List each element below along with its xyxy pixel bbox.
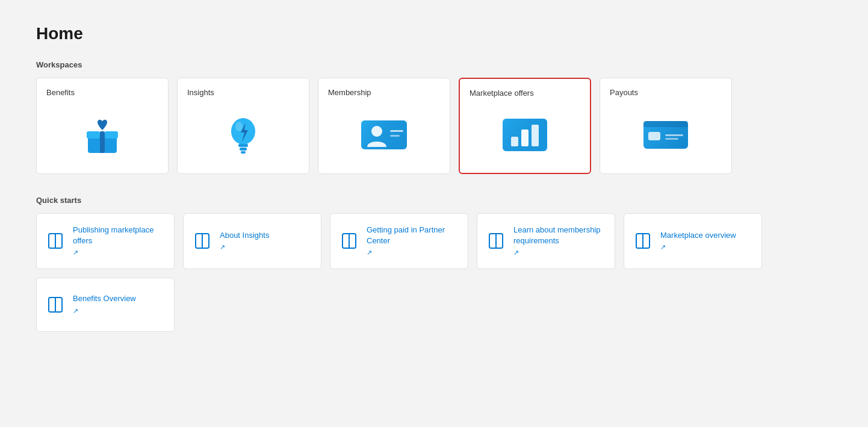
svg-rect-9 bbox=[241, 151, 246, 154]
quick-starts-label: Quick starts bbox=[36, 196, 832, 205]
workspace-card-icon-payouts bbox=[610, 108, 722, 161]
svg-rect-19 bbox=[532, 125, 539, 146]
svg-rect-23 bbox=[648, 132, 660, 140]
workspace-card-benefits[interactable]: Benefits bbox=[36, 78, 169, 174]
page-title: Home bbox=[36, 24, 832, 43]
quick-card-text-marketplace-overview: Marketplace overview ↗ bbox=[660, 230, 736, 252]
workspace-card-title-marketplace: Marketplace offers bbox=[470, 89, 534, 98]
quick-card-membership-requirements[interactable]: Learn about membership requirements ↗ bbox=[477, 213, 615, 269]
quick-card-about-insights[interactable]: About Insights ↗ bbox=[183, 213, 321, 269]
svg-rect-24 bbox=[665, 134, 683, 136]
workspace-card-title-benefits: Benefits bbox=[46, 88, 75, 97]
workspace-card-payouts[interactable]: Payouts bbox=[600, 78, 732, 174]
external-link-icon-getting-paid: ↗ bbox=[367, 248, 458, 257]
book-icon-insights bbox=[193, 232, 211, 249]
svg-rect-17 bbox=[511, 137, 518, 146]
external-link-icon-benefits-overview: ↗ bbox=[73, 307, 136, 316]
workspaces-label: Workspaces bbox=[36, 60, 832, 69]
workspace-card-icon-membership bbox=[328, 108, 440, 161]
book-icon-publishing bbox=[46, 232, 64, 249]
svg-rect-18 bbox=[521, 129, 529, 146]
quick-card-text-publishing: Publishing marketplace offers ↗ bbox=[73, 225, 164, 258]
workspace-card-title-membership: Membership bbox=[328, 88, 371, 97]
svg-rect-3 bbox=[100, 131, 105, 153]
book-icon-marketplace-overview bbox=[634, 232, 652, 249]
quick-card-text-benefits-overview: Benefits Overview ↗ bbox=[73, 293, 136, 316]
book-icon-benefits-overview bbox=[46, 296, 64, 313]
quick-card-text-membership: Learn about membership requirements ↗ bbox=[513, 225, 605, 258]
quick-starts-grid: Publishing marketplace offers ↗ About In… bbox=[36, 213, 832, 332]
workspace-card-icon-insights bbox=[187, 108, 299, 161]
external-link-icon-membership: ↗ bbox=[513, 248, 605, 257]
book-icon-membership bbox=[487, 232, 505, 249]
workspace-card-membership[interactable]: Membership bbox=[318, 78, 450, 174]
quick-card-getting-paid[interactable]: Getting paid in Partner Center ↗ bbox=[330, 213, 468, 269]
svg-rect-25 bbox=[665, 138, 678, 140]
svg-rect-14 bbox=[390, 135, 400, 137]
svg-point-12 bbox=[371, 126, 382, 137]
workspace-card-icon-benefits bbox=[46, 108, 158, 161]
svg-rect-8 bbox=[240, 148, 247, 151]
svg-point-5 bbox=[235, 122, 243, 131]
quick-card-marketplace-overview[interactable]: Marketplace overview ↗ bbox=[624, 213, 762, 269]
workspace-card-title-insights: Insights bbox=[187, 88, 214, 97]
svg-rect-1 bbox=[87, 131, 100, 139]
svg-rect-22 bbox=[643, 121, 688, 127]
quick-card-text-insights: About Insights ↗ bbox=[220, 230, 269, 252]
quick-card-benefits-overview[interactable]: Benefits Overview ↗ bbox=[36, 278, 175, 332]
workspaces-row: Benefits Insights bbox=[36, 78, 832, 174]
workspace-card-insights[interactable]: Insights bbox=[177, 78, 309, 174]
workspace-card-icon-marketplace bbox=[470, 108, 580, 161]
external-link-icon-marketplace-overview: ↗ bbox=[660, 243, 736, 252]
external-link-icon-publishing: ↗ bbox=[73, 248, 164, 257]
workspace-card-marketplace-offers[interactable]: Marketplace offers bbox=[459, 78, 591, 174]
quick-card-text-getting-paid: Getting paid in Partner Center ↗ bbox=[367, 225, 458, 258]
svg-rect-13 bbox=[390, 130, 403, 132]
quick-card-publishing-marketplace[interactable]: Publishing marketplace offers ↗ bbox=[36, 213, 175, 269]
svg-rect-7 bbox=[238, 144, 248, 147]
workspace-card-title-payouts: Payouts bbox=[610, 88, 638, 97]
external-link-icon-insights: ↗ bbox=[220, 243, 269, 252]
book-icon-getting-paid bbox=[340, 232, 358, 249]
svg-rect-2 bbox=[105, 131, 118, 139]
